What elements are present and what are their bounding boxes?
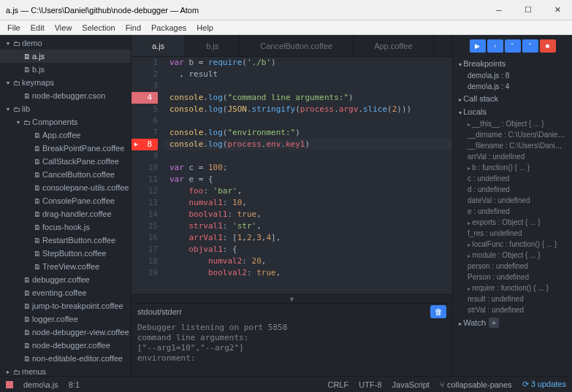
editor-tabs: a.jsb.jsCancelButton.coffeeApp.coffee (131, 35, 452, 57)
file-icon: 🗎 (32, 223, 42, 231)
local-var[interactable]: c : undefined (453, 173, 572, 184)
file-BreakPointPane.coffee[interactable]: 🗎BreakPointPane.coffee (0, 142, 131, 155)
file-icon: 🗎 (32, 250, 42, 258)
close-button[interactable]: ✕ (543, 0, 572, 20)
local-var[interactable]: e : undefined (453, 206, 572, 217)
folder-lib[interactable]: 🗀lib (0, 102, 131, 115)
folder-demo[interactable]: 🗀demo (0, 36, 131, 50)
file-icon: 🗎 (22, 276, 32, 284)
local-var[interactable]: exports : Object { ... } (453, 217, 572, 228)
tab-a.js[interactable]: a.js (131, 35, 186, 56)
local-var[interactable]: Person : undefined (453, 272, 572, 283)
file-icon: 🗎 (22, 302, 32, 310)
tab-b.js[interactable]: b.js (186, 35, 240, 56)
expand-bar[interactable]: ▼ (131, 294, 452, 303)
tab-CancelButton.coffee[interactable]: CancelButton.coffee (240, 35, 354, 56)
file-consolepane-utils.coffee[interactable]: 🗎consolepane-utils.coffee (0, 181, 131, 194)
local-var[interactable]: result : undefined (453, 293, 572, 304)
resume-button[interactable]: ▶ (470, 39, 486, 53)
status-panes[interactable]: ⑂ collapsable-panes (440, 380, 512, 389)
menu-file[interactable]: File (3, 23, 25, 33)
file-node-debugger.cson[interactable]: 🗎node-debugger.cson (0, 89, 131, 102)
menu-find[interactable]: Find (121, 23, 145, 33)
menu-view[interactable]: View (50, 23, 77, 33)
file-ConsolePane.coffee[interactable]: 🗎ConsolePane.coffee (0, 194, 131, 207)
status-updates[interactable]: ⟳ 3 updates (522, 380, 566, 389)
file-icon: 🗎 (32, 131, 42, 139)
code-editor[interactable]: 12345678910111213141516171819 var b = re… (131, 57, 452, 294)
file-CallStackPane.coffee[interactable]: 🗎CallStackPane.coffee (0, 155, 131, 168)
file-CancelButton.coffee[interactable]: 🗎CancelButton.coffee (0, 168, 131, 181)
statusbar: demo\a.js 8:1 CRLF UTF-8 JavaScript ⑂ co… (0, 376, 572, 392)
folder-menus[interactable]: 🗀menus (0, 365, 131, 376)
menu-selection[interactable]: Selection (77, 23, 119, 33)
local-var[interactable]: __filename : C:\Users\Daniel\github\ (453, 140, 572, 151)
file-drag-handler.coffee[interactable]: 🗎drag-handler.coffee (0, 207, 131, 220)
breakpoint-item[interactable]: demo\a.js : 8 (453, 70, 572, 81)
breakpoint-item[interactable]: demo\a.js : 4 (453, 81, 572, 92)
file-focus-hook.js[interactable]: 🗎focus-hook.js (0, 220, 131, 234)
folder-Components[interactable]: 🗀Components (0, 115, 131, 128)
step-into-button[interactable]: ˅ (505, 39, 521, 53)
local-var[interactable]: arrVal : undefined (453, 151, 572, 162)
step-out-button[interactable]: ˄ (522, 39, 538, 53)
file-eventing.coffee[interactable]: 🗎eventing.coffee (0, 286, 131, 299)
local-var[interactable]: localFunc : function() { ... } (453, 239, 572, 250)
file-icon: 🗎 (22, 315, 32, 323)
local-var[interactable]: dateVal : undefined (453, 195, 572, 206)
folder-icon: 🗀 (12, 105, 22, 113)
file-icon: 🗎 (22, 289, 32, 297)
local-var[interactable]: __this__ : Object { ... } (453, 118, 572, 129)
file-icon: 🗎 (32, 184, 42, 192)
locals-section[interactable]: Locals (453, 105, 572, 118)
status-encoding[interactable]: UTF-8 (359, 380, 381, 389)
local-var[interactable]: __dirname : C:\Users\Daniel\github\ (453, 129, 572, 140)
code-lines[interactable]: var b = require('./b') , resultconsole.l… (164, 57, 452, 294)
gutter[interactable]: 12345678910111213141516171819 (131, 57, 164, 294)
file-RestartButton.coffee[interactable]: 🗎RestartButton.coffee (0, 234, 131, 247)
folder-keymaps[interactable]: 🗀keymaps (0, 76, 131, 89)
file-debugger.coffee[interactable]: 🗎debugger.coffee (0, 273, 131, 286)
minimize-button[interactable]: ─ (484, 0, 514, 20)
callstack-section[interactable]: Call stack (453, 92, 572, 105)
local-var[interactable]: b : function() { ... } (453, 162, 572, 173)
local-var[interactable]: person : undefined (453, 261, 572, 272)
status-language[interactable]: JavaScript (392, 380, 430, 389)
file-tree[interactable]: 🗀demo🗎a.js🗎b.js🗀keymaps🗎node-debugger.cs… (0, 35, 131, 376)
status-file[interactable]: demo\a.js (23, 380, 58, 389)
local-var[interactable]: d : undefined (453, 184, 572, 195)
local-var[interactable]: f_res : undefined (453, 228, 572, 239)
file-node-debugger.coffee[interactable]: 🗎node-debugger.coffee (0, 339, 131, 352)
local-var[interactable]: strVal : undefined (453, 304, 572, 315)
status-eol[interactable]: CRLF (328, 380, 349, 389)
file-App.coffee[interactable]: 🗎App.coffee (0, 128, 131, 142)
file-b.js[interactable]: 🗎b.js (0, 63, 131, 76)
add-watch-button[interactable]: + (489, 318, 499, 328)
stop-button[interactable]: ■ (540, 39, 556, 53)
file-icon: 🗎 (22, 53, 32, 61)
file-jump-to-breakpoint.coffee[interactable]: 🗎jump-to-breakpoint.coffee (0, 299, 131, 312)
file-icon: 🗎 (32, 158, 42, 166)
console-title: stdout/stderr (137, 307, 182, 316)
local-var[interactable]: module : Object { ... } (453, 250, 572, 261)
menu-edit[interactable]: Edit (26, 23, 49, 33)
file-TreeView.coffee[interactable]: 🗎TreeView.coffee (0, 260, 131, 273)
breakpoints-section[interactable]: Breakpoints (453, 57, 572, 70)
status-cursor[interactable]: 8:1 (69, 380, 80, 389)
file-StepButton.coffee[interactable]: 🗎StepButton.coffee (0, 247, 131, 260)
clear-console-button[interactable]: 🗑 (430, 305, 446, 318)
console-output[interactable]: Debugger listening on port 5858command l… (131, 320, 452, 376)
local-var[interactable]: require : function() { ... } (453, 283, 572, 293)
file-logger.coffee[interactable]: 🗎logger.coffee (0, 312, 131, 326)
watch-section[interactable]: Watch+ (453, 315, 572, 330)
tab-App.coffee[interactable]: App.coffee (354, 35, 433, 56)
file-node-debugger-view.coffee[interactable]: 🗎node-debugger-view.coffee (0, 326, 131, 339)
file-non-editable-editor.coffee[interactable]: 🗎non-editable-editor.coffee (0, 352, 131, 365)
file-a.js[interactable]: 🗎a.js (0, 50, 131, 63)
file-icon: 🗎 (32, 263, 42, 271)
menu-help[interactable]: Help (192, 23, 218, 33)
step-over-button[interactable]: › (487, 39, 503, 53)
file-icon: 🗎 (32, 197, 42, 205)
maximize-button[interactable]: ☐ (514, 0, 543, 20)
menu-packages[interactable]: Packages (147, 23, 191, 33)
